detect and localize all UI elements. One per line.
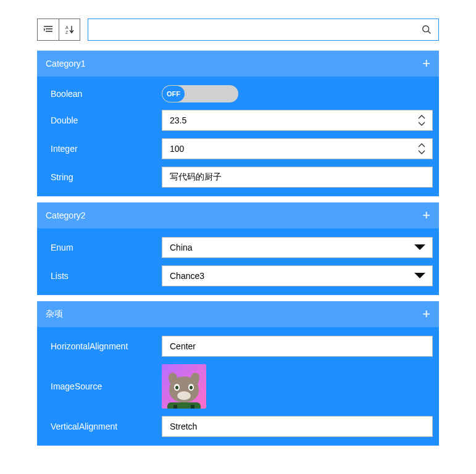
property-row: Boolean OFF (51, 81, 433, 106)
property-label: Enum (51, 243, 162, 252)
input-value: Stretch (170, 422, 425, 431)
double-input[interactable]: 23.5 (162, 110, 433, 131)
search-box[interactable] (88, 19, 439, 41)
string-input[interactable]: 写代码的厨子 (162, 167, 433, 188)
svg-text:Z: Z (65, 30, 69, 35)
category-2: Category2 + Enum China Lists Chance3 (37, 202, 439, 295)
svg-text:A: A (65, 25, 69, 30)
property-row: ImageSource (51, 360, 433, 412)
input-value: 写代码的厨子 (170, 172, 425, 183)
category-header[interactable]: Category1 + (37, 51, 439, 77)
property-label: Lists (51, 271, 162, 281)
halign-input[interactable]: Center (162, 336, 433, 357)
expand-icon: + (422, 209, 430, 222)
category-misc: 杂项 + HorizontalAlignment Center ImageSou… (37, 301, 439, 446)
category-title: Category1 (46, 59, 86, 69)
svg-rect-2 (46, 31, 52, 32)
property-row: Integer 100 (51, 135, 433, 163)
sort-az-icon: A Z (64, 24, 75, 35)
property-row: Lists Chance3 (51, 262, 433, 290)
svg-point-5 (423, 26, 429, 32)
image-source-thumb[interactable] (162, 364, 206, 409)
search-icon (421, 24, 432, 35)
boolean-toggle[interactable]: OFF (162, 85, 238, 102)
toggle-knob: OFF (162, 86, 185, 102)
category-title: Category2 (46, 210, 86, 220)
search-input[interactable] (94, 20, 421, 40)
property-label: String (51, 172, 162, 182)
property-label: Integer (51, 144, 162, 154)
caret-down-icon (414, 244, 426, 251)
chevron-up-icon (417, 143, 426, 148)
expand-icon: + (422, 307, 430, 321)
categorized-view-button[interactable] (38, 19, 59, 40)
input-value: 23.5 (170, 115, 425, 125)
property-label: ImageSource (51, 381, 162, 391)
category-title: 杂项 (46, 309, 63, 320)
spinner[interactable] (417, 140, 428, 157)
avatar-icon (166, 373, 202, 409)
property-row: String 写代码的厨子 (51, 163, 433, 191)
property-label: Boolean (51, 89, 162, 99)
category-1: Category1 + Boolean OFF Double 23.5 (37, 51, 439, 196)
svg-rect-0 (44, 26, 52, 27)
valign-input[interactable]: Stretch (162, 416, 433, 437)
svg-line-6 (428, 31, 431, 34)
select-value: China (170, 243, 425, 252)
svg-rect-1 (46, 28, 52, 30)
integer-input[interactable]: 100 (162, 138, 433, 159)
spinner[interactable] (417, 112, 428, 129)
category-header[interactable]: Category2 + (37, 202, 439, 228)
lists-select[interactable]: Chance3 (162, 265, 433, 286)
property-row: VerticalAlignment Stretch (51, 412, 433, 441)
chevron-down-icon (417, 121, 426, 127)
chevron-down-icon (417, 149, 426, 155)
view-mode-group: A Z (37, 19, 80, 41)
property-row: Double 23.5 (51, 106, 433, 135)
property-label: HorizontalAlignment (51, 341, 162, 351)
property-row: Enum China (51, 233, 433, 262)
expand-icon: + (422, 57, 430, 70)
category-icon (43, 25, 54, 35)
property-label: Double (51, 115, 162, 125)
property-label: VerticalAlignment (51, 422, 162, 431)
caret-down-icon (414, 272, 426, 280)
enum-select[interactable]: China (162, 237, 433, 258)
category-header[interactable]: 杂项 + (37, 301, 439, 327)
chevron-up-icon (417, 114, 426, 120)
property-row: HorizontalAlignment Center (51, 332, 433, 360)
input-value: 100 (170, 144, 425, 154)
input-value: Center (170, 341, 425, 351)
alphabetical-view-button[interactable]: A Z (59, 19, 80, 40)
select-value: Chance3 (170, 271, 425, 281)
